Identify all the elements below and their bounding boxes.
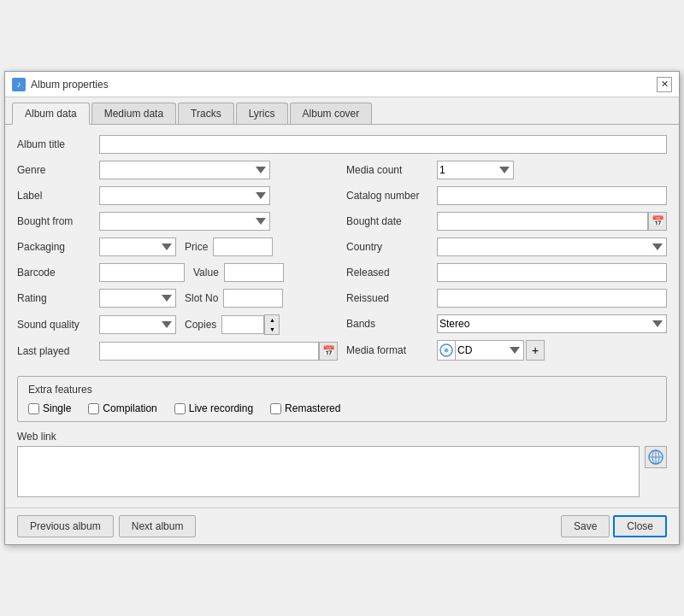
last-played-row: Last played 📅 [17, 342, 338, 361]
value-label: Value [193, 267, 219, 279]
genre-row: Genre [17, 161, 338, 179]
copies-increment[interactable]: ▲ [265, 315, 279, 325]
remastered-label: Remastered [285, 402, 340, 414]
next-album-button[interactable]: Next album [119, 515, 197, 537]
slot-no-label: Slot No [185, 292, 218, 304]
genre-select[interactable] [99, 161, 270, 179]
right-column: Media count 1 2 3 Catalog number Bought … [346, 161, 667, 367]
checkboxes-row: Single Compilation Live recording Remast… [28, 402, 656, 414]
rating-slot-row: Rating Slot No [17, 289, 338, 308]
bought-from-row: Bought from [17, 212, 338, 231]
label-select[interactable] [99, 186, 270, 205]
media-format-row: Media format CD [346, 340, 667, 361]
country-select[interactable] [437, 238, 667, 256]
value-input[interactable] [224, 263, 284, 282]
released-row: Released [346, 263, 667, 282]
country-row: Country [346, 238, 667, 256]
compilation-label: Compilation [103, 402, 156, 414]
last-played-calendar-button[interactable]: 📅 [319, 342, 338, 361]
copies-label: Copies [185, 319, 216, 331]
sound-quality-label: Sound quality [17, 319, 94, 331]
reissued-input[interactable] [437, 289, 667, 308]
price-label: Price [185, 241, 208, 253]
media-format-add-button[interactable]: + [526, 340, 545, 361]
released-input[interactable] [437, 263, 667, 282]
packaging-label: Packaging [17, 241, 94, 253]
media-count-select[interactable]: 1 2 3 [437, 161, 514, 179]
single-checkbox[interactable] [28, 403, 39, 414]
barcode-input[interactable] [99, 263, 185, 282]
weblink-textarea[interactable] [17, 446, 640, 497]
bought-date-input[interactable] [437, 212, 648, 231]
media-format-select-wrapper: CD Vinyl Cassette [437, 340, 524, 361]
barcode-label: Barcode [17, 267, 94, 279]
single-checkbox-item[interactable]: Single [28, 402, 71, 414]
web-link-label: Web link [17, 431, 56, 443]
tab-lyrics[interactable]: Lyrics [236, 103, 288, 124]
country-label: Country [346, 241, 432, 253]
live-recording-checkbox[interactable] [174, 403, 186, 414]
weblink-go-button[interactable] [645, 446, 667, 468]
media-count-row: Media count 1 2 3 [346, 161, 667, 179]
window-title: Album properties [31, 79, 109, 91]
bought-from-label: Bought from [17, 215, 94, 227]
bought-date-calendar-button[interactable]: 📅 [648, 212, 667, 231]
tab-album-data[interactable]: Album data [12, 103, 90, 125]
slot-no-input[interactable] [223, 289, 283, 308]
packaging-price-row: Packaging Price [17, 238, 338, 256]
last-played-input[interactable] [99, 342, 319, 361]
label-row: Label [17, 186, 338, 205]
tab-album-cover[interactable]: Album cover [290, 103, 373, 124]
tab-tracks[interactable]: Tracks [178, 103, 234, 124]
footer: Previous album Next album Save Close [5, 507, 679, 544]
catalog-number-input[interactable] [437, 186, 667, 205]
titlebar: ♪ Album properties ✕ [5, 72, 679, 97]
soundquality-copies-row: Sound quality Copies 1 ▲ ▼ [17, 314, 338, 335]
compilation-checkbox-item[interactable]: Compilation [88, 402, 156, 414]
remastered-checkbox-item[interactable]: Remastered [270, 402, 340, 414]
reissued-label: Reissued [346, 292, 432, 304]
reissued-row: Reissued [346, 289, 667, 308]
last-played-date-wrapper: 📅 [99, 342, 338, 361]
copies-input[interactable]: 1 [221, 315, 264, 334]
sound-quality-select[interactable] [99, 315, 176, 334]
svg-point-2 [445, 349, 447, 351]
extra-features-title: Extra features [28, 384, 656, 396]
media-format-control: CD Vinyl Cassette + [437, 340, 545, 361]
tab-medium-data[interactable]: Medium data [91, 103, 176, 124]
copies-decrement[interactable]: ▼ [265, 325, 279, 334]
album-title-input[interactable] [99, 135, 667, 154]
album-title-row: Album title [17, 135, 667, 154]
titlebar-left: ♪ Album properties [12, 78, 109, 91]
label-label: Label [17, 190, 94, 202]
genre-label: Genre [17, 164, 94, 176]
catalog-number-row: Catalog number [346, 186, 667, 205]
rating-select[interactable] [99, 289, 176, 308]
bands-row: Bands Stereo Mono [346, 314, 667, 333]
bands-label: Bands [346, 318, 432, 330]
bought-from-select[interactable] [99, 212, 270, 231]
save-button[interactable]: Save [561, 515, 610, 537]
media-format-select[interactable]: CD Vinyl Cassette [455, 341, 523, 360]
packaging-select[interactable] [99, 238, 176, 256]
bought-date-label: Bought date [346, 215, 432, 227]
bands-select[interactable]: Stereo Mono [437, 314, 667, 333]
copies-spinner-buttons: ▲ ▼ [264, 314, 280, 335]
close-button[interactable]: Close [613, 515, 667, 537]
album-properties-window: ♪ Album properties ✕ Album data Medium d… [4, 71, 680, 545]
single-label: Single [43, 402, 71, 414]
remastered-checkbox[interactable] [270, 403, 281, 414]
bought-date-wrapper: 📅 [437, 212, 667, 231]
extra-features-section: Extra features Single Compilation Live r… [17, 376, 667, 422]
compilation-checkbox[interactable] [88, 403, 99, 414]
footer-left-buttons: Previous album Next album [17, 515, 196, 537]
price-input[interactable] [213, 238, 273, 256]
live-recording-checkbox-item[interactable]: Live recording [174, 402, 253, 414]
rating-label: Rating [17, 292, 94, 304]
previous-album-button[interactable]: Previous album [17, 515, 114, 537]
form-content: Album title Genre Label [5, 125, 679, 507]
close-window-button[interactable]: ✕ [657, 77, 672, 92]
two-col-section: Genre Label Bought from [17, 161, 667, 367]
cd-icon [438, 342, 455, 359]
bought-date-row: Bought date 📅 [346, 212, 667, 231]
